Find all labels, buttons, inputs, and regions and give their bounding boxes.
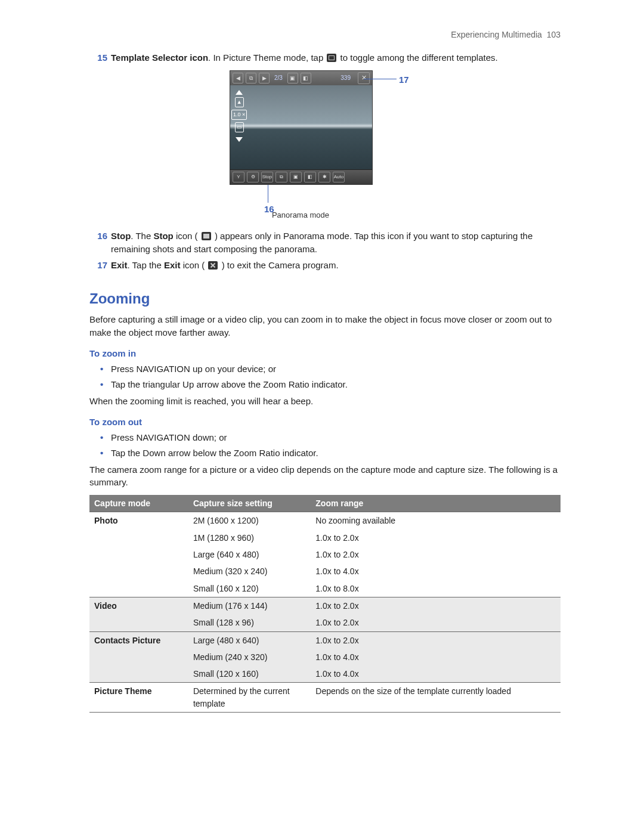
zoom-range-cell: 1.0x to 4.0x [311,649,561,665]
list-item-17: 17 Exit. Tap the Exit icon ( ) to exit t… [111,259,561,272]
capture-size-cell: 1M (1280 x 960) [188,529,311,546]
capture-mode-cell [89,649,188,665]
capture-mode-cell [89,614,188,631]
camera-preview: ◀ ⧉ ▶ 2/3 ▣ ◧ 339 ✕ ▲ 1.0 × ▭ Y ⚙ [230,70,373,185]
arrow-right-icon: ▶ [259,73,270,83]
template-selector-icon [327,54,336,62]
zoom-range-cell: 1.0x to 2.0x [311,631,561,649]
zoom-down-icon [236,137,243,142]
capture-mode-cell [89,665,188,683]
bottom-icon: Y [233,172,244,182]
callout-line-16 [268,185,269,203]
capture-mode-cell: Photo [89,512,188,529]
running-header: Experiencing Multimedia 103 [89,29,561,41]
zoom-indicator-icon: ▲ [235,97,244,107]
capture-size-cell: 2M (1600 x 1200) [188,512,311,529]
capture-size-cell: Large (640 x 480) [188,546,311,563]
zoom-range-cell: 1.0x to 4.0x [311,563,561,580]
zoom-range-cell: 1.0x to 2.0x [311,597,561,614]
section-name: Experiencing Multimedia [451,30,542,39]
table-row: Small (160 x 120)1.0x to 8.0x [89,580,561,597]
page-number: 103 [547,30,561,39]
zoom-in-heading: To zoom in [89,347,561,360]
capture-mode-cell: Contacts Picture [89,631,188,649]
zoom-range-cell: 1.0x to 2.0x [311,614,561,631]
list-item-15: 15 Template Selector icon. In Picture Th… [111,51,561,64]
table-row: Large (640 x 480)1.0x to 2.0x [89,546,561,563]
zoom-in-list: Press NAVIGATION up on your device; or T… [100,363,561,391]
callout-label-16: 16 [264,203,274,216]
zoom-range-cell: Depends on the size of the template curr… [311,683,561,713]
table-row: Photo2M (1600 x 1200)No zooming availabl… [89,512,561,529]
bottom-icon: Auto [333,172,345,182]
mode-icon: ⧉ [246,73,256,83]
camera-viewfinder [230,85,372,170]
zoom-range-cell: No zooming available [311,512,561,529]
zoom-up-icon [236,90,243,95]
table-row: Small (120 x 160)1.0x to 4.0x [89,665,561,683]
stop-icon [202,232,211,240]
table-row: Contacts PictureLarge (480 x 640)1.0x to… [89,631,561,649]
bottom-icon: ◧ [304,172,316,182]
close-icon: ✕ [358,72,370,84]
item-number: 16 [89,230,107,243]
zoom-range-cell: 1.0x to 2.0x [311,546,561,563]
capture-size-cell: Large (480 x 640) [188,631,311,649]
table-row: 1M (1280 x 960)1.0x to 2.0x [89,529,561,546]
capture-mode-cell [89,580,188,597]
table-row: Picture ThemeDetermined by the current t… [89,683,561,713]
bottom-icon: ⧉ [275,172,287,182]
capture-mode-cell [89,563,188,580]
arrow-left-icon: ◀ [233,73,243,83]
bottom-icon: ✱ [318,172,330,182]
shot-fraction: 2/3 [274,74,283,83]
panorama-figure: ◀ ⧉ ▶ 2/3 ▣ ◧ 339 ✕ ▲ 1.0 × ▭ Y ⚙ [89,70,561,226]
list-item: Tap the Down arrow below the Zoom Ratio … [100,447,561,460]
capture-mode-cell [89,546,188,563]
capture-size-cell: Medium (240 x 320) [188,649,311,665]
bottom-icon: ▣ [290,172,302,182]
capture-size-cell: Determined by the current template [188,683,311,713]
zooming-heading: Zooming [89,289,561,309]
exit-icon [208,261,218,270]
stop-icon: Stop [261,172,273,182]
camera-topbar: ◀ ⧉ ▶ 2/3 ▣ ◧ 339 ✕ [230,71,372,86]
zoom-out-list: Press NAVIGATION down; or Tap the Down a… [100,431,561,460]
zoom-out-heading: To zoom out [89,416,561,429]
capture-mode-cell: Video [89,597,188,614]
callout-label-17: 17 [399,73,409,86]
zooming-intro: Before capturing a still image or a vide… [89,313,561,339]
zoom-control: ▲ 1.0 × ▭ [231,90,247,142]
table-row: Medium (320 x 240)1.0x to 4.0x [89,563,561,580]
capture-size-cell: Medium (320 x 240) [188,563,311,580]
capture-size-cell: Small (128 x 96) [188,614,311,631]
table-header: Zoom range [311,495,561,512]
table-header: Capture size setting [188,495,311,512]
tool-icon-2: ◧ [301,73,311,83]
bottom-icon: ⚙ [247,172,259,182]
item-title: Template Selector icon [111,52,208,63]
capture-size-cell: Medium (176 x 144) [188,597,311,614]
zoom-range-cell: 1.0x to 4.0x [311,665,561,683]
item-number: 15 [89,51,107,64]
zoom-range-cell: 1.0x to 8.0x [311,580,561,597]
figure-caption: Panorama mode [181,210,420,221]
camera-bottombar: Y ⚙ Stop ⧉ ▣ ◧ ✱ Auto [230,169,372,184]
item-title: Stop [111,231,131,241]
list-item: Tap the triangular Up arrow above the Zo… [100,378,561,391]
list-item: Press NAVIGATION up on your device; or [100,363,561,376]
callout-line-17 [364,79,397,80]
mode-badge: ▭ [235,122,244,132]
zoom-in-note: When the zooming limit is reached, you w… [89,395,561,408]
capture-size-cell: Small (120 x 160) [188,665,311,683]
item-number: 17 [89,259,107,272]
shots-remaining: 339 [340,74,351,83]
list-item: Press NAVIGATION down; or [100,431,561,444]
table-row: Medium (240 x 320)1.0x to 4.0x [89,649,561,665]
zoom-ratio: 1.0 × [231,110,247,120]
capture-mode-cell: Picture Theme [89,683,188,713]
table-header: Capture mode [89,495,188,512]
tool-icon-1: ▣ [287,73,298,83]
capture-size-cell: Small (160 x 120) [188,580,311,597]
table-row: VideoMedium (176 x 144)1.0x to 2.0x [89,597,561,614]
